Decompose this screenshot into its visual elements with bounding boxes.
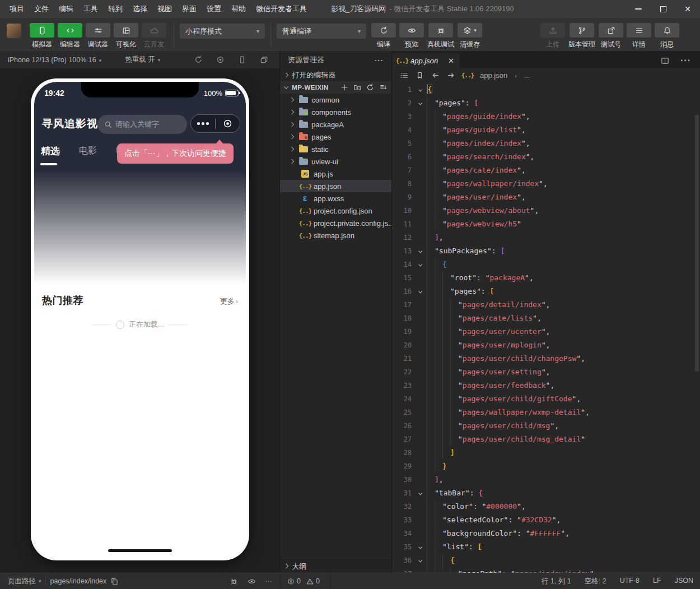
menu-item-2[interactable]: 编辑 xyxy=(54,0,78,18)
device-select[interactable]: iPhone 12/13 (Pro) 100% 16▾ xyxy=(0,56,101,64)
menu-item-6[interactable]: 视图 xyxy=(152,0,177,18)
menu-item-10[interactable]: 微信开发者工具 xyxy=(251,0,312,18)
remote-debug-button[interactable]: 真机调试 xyxy=(427,23,454,49)
split-editor-icon[interactable] xyxy=(661,57,669,65)
bookmark-icon[interactable] xyxy=(416,71,424,80)
tab-app-json[interactable]: {..} app.json ✕ xyxy=(392,53,459,68)
editor-button[interactable]: 编辑器 xyxy=(58,23,82,49)
copy-icon[interactable] xyxy=(110,577,119,586)
phone-tab-item[interactable]: 电影 xyxy=(78,142,98,160)
hot-reload-toggle[interactable]: 热重载 开▾ xyxy=(125,55,160,64)
tab-close-icon[interactable]: ✕ xyxy=(448,57,454,65)
visualizer-button[interactable]: 可视化 xyxy=(114,23,138,49)
maximize-button[interactable] xyxy=(651,0,675,18)
tree-file-app.json[interactable]: {..}app.json xyxy=(280,180,391,192)
windows-icon[interactable] xyxy=(260,55,268,64)
editor-more-button[interactable]: ··· xyxy=(680,55,691,66)
menu-item-0[interactable]: 项目 xyxy=(4,0,29,18)
breadcrumb-file[interactable]: app.json xyxy=(480,71,507,80)
status-right-item-1[interactable]: 空格: 2 xyxy=(585,577,606,586)
search-input[interactable]: 请输入关键字 xyxy=(97,115,187,134)
preview-button[interactable]: 预览 xyxy=(399,23,424,49)
fold-spacer xyxy=(414,365,427,379)
fold-chevron[interactable] xyxy=(414,540,427,554)
simulator-button[interactable]: 模拟器 xyxy=(30,23,54,49)
more-link[interactable]: 更多› xyxy=(220,296,238,307)
menu-item-1[interactable]: 文件 xyxy=(29,0,54,18)
close-miniapp-button[interactable] xyxy=(216,119,240,128)
menu-item-4[interactable]: 转到 xyxy=(103,0,128,18)
tree-folder-packageA[interactable]: packageA xyxy=(280,118,391,131)
fold-chevron[interactable] xyxy=(414,96,427,110)
outline-list-icon[interactable] xyxy=(400,71,408,80)
fold-chevron[interactable] xyxy=(414,244,427,258)
editor-scrollbar[interactable] xyxy=(695,115,699,573)
debugger-button[interactable]: 调试器 xyxy=(86,23,110,49)
project-title: 影视_刀客源码网 xyxy=(331,4,386,13)
phone-tab-active[interactable]: 精选 xyxy=(40,141,61,161)
rotate-icon[interactable] xyxy=(366,84,374,91)
clear-cache-button[interactable]: ▾ 清缓存 xyxy=(458,23,482,49)
version-manage-button[interactable]: 版本管理 xyxy=(568,23,595,49)
menu-item-3[interactable]: 工具 xyxy=(78,0,103,18)
tree-file-project.private.config.js...[interactable]: {..}project.private.config.js... xyxy=(280,217,391,229)
tree-label: app.wxss xyxy=(314,194,344,203)
project-root-row[interactable]: MP-WEIXIN xyxy=(280,81,391,94)
minimize-button[interactable] xyxy=(626,0,651,18)
compile-select[interactable]: 普通编译 ▾ xyxy=(277,24,366,39)
tree-file-app.js[interactable]: JSapp.js xyxy=(280,168,391,180)
tree-folder-components[interactable]: components xyxy=(280,106,391,118)
tree-folder-static[interactable]: static xyxy=(280,143,391,155)
record-icon[interactable] xyxy=(216,55,225,64)
menu-item-9[interactable]: 帮助 xyxy=(226,0,251,18)
fold-chevron[interactable] xyxy=(414,486,427,500)
status-more-button[interactable]: ··· xyxy=(265,577,273,586)
tree-folder-pages[interactable]: pages xyxy=(280,131,391,143)
navigate-forward-icon[interactable] xyxy=(447,71,455,80)
page-path-label[interactable]: 页面路径 xyxy=(8,577,36,586)
menu-item-7[interactable]: 界面 xyxy=(177,0,202,18)
main-area: iPhone 12/13 (Pro) 100% 16▾ 热重载 开▾ 19:42… xyxy=(0,51,700,573)
home-indicator xyxy=(108,549,172,552)
open-editors-section[interactable]: 打开的编辑器 xyxy=(280,69,391,81)
outline-section[interactable]: 大纲 xyxy=(280,559,391,573)
mode-select[interactable]: 小程序模式 ▾ xyxy=(180,24,265,39)
fold-chevron[interactable] xyxy=(414,258,427,271)
status-right-item-3[interactable]: LF xyxy=(653,577,661,586)
device-icon[interactable] xyxy=(238,55,246,64)
status-right-item-4[interactable]: JSON xyxy=(675,577,693,586)
tree-folder-common[interactable]: common xyxy=(280,94,391,106)
tree-folder-uview-ui[interactable]: uview-ui xyxy=(280,155,391,168)
code-line-35: 35 "list": [ xyxy=(392,540,700,554)
tree-file-project.config.json[interactable]: {..}project.config.json xyxy=(280,205,391,217)
navigate-back-icon[interactable] xyxy=(431,71,440,80)
close-button[interactable]: ✕ xyxy=(675,0,700,18)
cloud-dev-button[interactable]: 云开发 xyxy=(142,23,166,49)
collapse-icon[interactable] xyxy=(379,84,387,91)
plus-icon[interactable] xyxy=(340,84,348,91)
messages-button[interactable]: 消息 xyxy=(655,23,679,49)
test-account-button[interactable]: 测试号 xyxy=(599,23,623,49)
fold-chevron[interactable] xyxy=(414,554,427,567)
more-menu-button[interactable] xyxy=(191,122,215,125)
rotate-icon[interactable] xyxy=(194,55,203,64)
menu-item-5[interactable]: 选择 xyxy=(128,0,152,18)
status-right-item-0[interactable]: 行 1, 列 1 xyxy=(542,577,571,586)
user-avatar[interactable] xyxy=(7,24,21,38)
menu-item-8[interactable]: 设置 xyxy=(202,0,226,18)
breadcrumb-rest[interactable]: ... xyxy=(524,71,530,80)
watch-icon[interactable] xyxy=(248,577,256,586)
code-editor[interactable]: 1 { 2 "pages": [ 3 "pages/guide/index", … xyxy=(392,83,700,573)
folderplus-icon[interactable] xyxy=(353,84,361,91)
upload-button[interactable]: 上传 xyxy=(540,23,565,49)
problems-summary[interactable]: 0 0 xyxy=(281,577,330,585)
status-right-item-2[interactable]: UTF-8 xyxy=(620,577,640,586)
fold-chevron[interactable] xyxy=(414,285,427,298)
debug-icon[interactable] xyxy=(230,577,238,586)
compile-button[interactable]: 编译 xyxy=(371,23,396,49)
tree-file-sitemap.json[interactable]: {..}sitemap.json xyxy=(280,229,391,242)
fold-chevron[interactable] xyxy=(414,83,427,96)
details-button[interactable]: 详情 xyxy=(627,23,651,49)
tree-file-app.wxss[interactable]: 3app.wxss xyxy=(280,192,391,205)
explorer-more-button[interactable]: ··· xyxy=(375,56,384,64)
